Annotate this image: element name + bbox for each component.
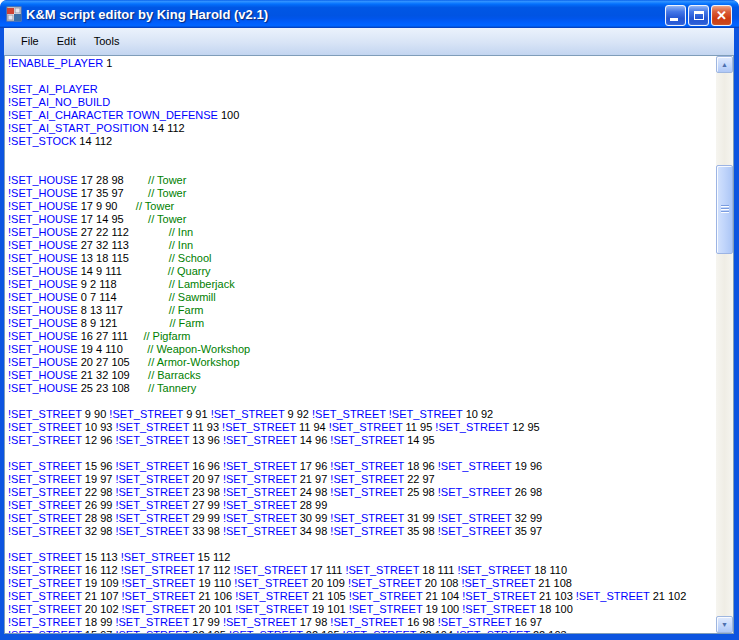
code-line: !SET_HOUSE 8 9 121 // Farm	[8, 317, 716, 330]
code-token: 99	[100, 499, 112, 511]
menu-tools[interactable]: Tools	[85, 28, 129, 55]
code-token: !SET_STREET	[349, 590, 423, 602]
code-content[interactable]: !ENABLE_PLAYER 1!SET_AI_PLAYER!SET_AI_NO…	[5, 56, 716, 633]
titlebar[interactable]: K&M script editor by King Harold (v2.1) …	[0, 0, 739, 28]
code-token: 24	[300, 486, 312, 498]
code-token: 101	[327, 603, 345, 615]
code-line: !SET_STREET 15 96 !SET_STREET 16 96 !SET…	[8, 460, 716, 473]
code-token: 18	[85, 616, 97, 628]
script-editor[interactable]: !ENABLE_PLAYER 1!SET_AI_PLAYER!SET_AI_NO…	[4, 55, 734, 634]
code-comment: // Sawmill	[169, 291, 216, 303]
code-token: 4	[96, 343, 102, 355]
code-token: 8	[81, 304, 87, 316]
vertical-scrollbar[interactable]: ▲ ▼	[716, 56, 733, 633]
code-token: !SET_STREET	[223, 512, 297, 524]
code-token: !SET_STREET	[330, 434, 404, 446]
code-token: 112	[213, 564, 231, 576]
code-token: 112	[167, 122, 185, 134]
code-token: 105	[321, 629, 339, 633]
code-token: 21	[426, 590, 438, 602]
code-token: 14	[407, 434, 419, 446]
code-token: 111	[111, 330, 128, 342]
code-token: 22	[407, 473, 419, 485]
code-token: 112	[213, 551, 231, 563]
app-icon[interactable]	[6, 6, 22, 22]
code-line: !SET_STREET 19 109 !SET_STREET 19 110 !S…	[8, 577, 716, 590]
client-area: File Edit Tools !ENABLE_PLAYER 1!SET_AI_…	[4, 28, 734, 634]
code-token: !SET_STREET	[330, 473, 404, 485]
code-token: 18	[534, 564, 546, 576]
code-line	[8, 538, 716, 551]
code-token: !SET_HOUSE	[8, 200, 78, 212]
code-token: 11	[192, 421, 203, 433]
code-token: 19	[426, 603, 438, 615]
code-token: 16	[85, 564, 97, 576]
code-token: !SET_STREET	[456, 629, 530, 633]
code-token: 118	[99, 278, 117, 290]
menu-file[interactable]: File	[12, 28, 48, 55]
code-token: 14	[96, 213, 108, 225]
code-comment: // School	[169, 252, 212, 264]
code-token: 21	[653, 590, 665, 602]
code-comment: // Weapon-Workshop	[147, 343, 250, 355]
code-comment: // Tower	[136, 200, 174, 212]
code-comment: // Farm	[169, 317, 204, 329]
code-token: 105	[111, 356, 129, 368]
code-token: 17	[81, 200, 93, 212]
code-token: 17	[81, 213, 93, 225]
code-token: !SET_STREET	[115, 525, 189, 537]
code-token: 20	[198, 603, 210, 615]
code-token: !SET_STREET	[211, 408, 285, 420]
code-token: 27	[81, 226, 93, 238]
code-comment: // Inn	[169, 239, 193, 251]
minimize-button[interactable]	[665, 5, 686, 26]
window-title: K&M script editor by King Harold (v2.1)	[26, 7, 268, 22]
code-line: !SET_HOUSE 0 7 114 // Sawmill	[8, 291, 716, 304]
code-token: 17	[300, 460, 312, 472]
code-token: 111	[326, 564, 343, 576]
code-token: !SET_STREET	[122, 590, 196, 602]
code-token: 22	[533, 629, 545, 633]
chevron-down-icon: ▼	[717, 617, 732, 632]
code-token: 108	[554, 577, 572, 589]
code-token: 34	[300, 525, 312, 537]
code-token: !SET_STREET	[330, 512, 404, 524]
scroll-up-button[interactable]: ▲	[716, 56, 733, 73]
code-token: !SET_STREET	[576, 590, 650, 602]
code-line	[8, 161, 716, 174]
code-token: 9	[90, 317, 96, 329]
code-token: !SET_HOUSE	[8, 252, 78, 264]
scroll-down-button[interactable]: ▼	[716, 616, 733, 633]
code-token: !SET_STREET	[115, 486, 189, 498]
code-token: !SET_STREET	[348, 577, 422, 589]
code-line: !SET_STREET 15 97 !SET_STREET 22 105 !SE…	[8, 629, 716, 633]
code-token: 103	[548, 629, 566, 633]
code-token: 98	[208, 486, 220, 498]
code-token: 99	[208, 499, 220, 511]
code-token: 21	[300, 473, 312, 485]
code-token: !SET_STREET	[235, 590, 309, 602]
code-token: 109	[111, 369, 129, 381]
code-token: 97	[100, 473, 112, 485]
code-token: 95	[423, 434, 435, 446]
code-token: 92	[481, 408, 493, 420]
maximize-button[interactable]	[688, 5, 709, 26]
code-comment: // Farm	[169, 304, 204, 316]
code-token: 28	[300, 499, 312, 511]
code-token: 17	[81, 174, 93, 186]
code-token: 111	[105, 265, 122, 277]
menu-edit[interactable]: Edit	[48, 28, 85, 55]
code-token: 100	[441, 603, 459, 615]
code-token: 92	[297, 408, 309, 420]
code-token: !SET_STREET	[438, 525, 512, 537]
close-button[interactable]: ✕	[711, 5, 732, 26]
code-token: 103	[554, 590, 572, 602]
code-token: !SET_STREET	[235, 603, 309, 615]
code-token: 99	[423, 512, 435, 524]
code-token: 99	[100, 616, 112, 628]
code-token: !SET_HOUSE	[8, 356, 78, 368]
code-token: 96	[208, 434, 220, 446]
code-line: !SET_HOUSE 14 9 111 // Quarry	[8, 265, 716, 278]
scrollbar-thumb[interactable]	[716, 165, 733, 254]
code-line	[8, 148, 716, 161]
